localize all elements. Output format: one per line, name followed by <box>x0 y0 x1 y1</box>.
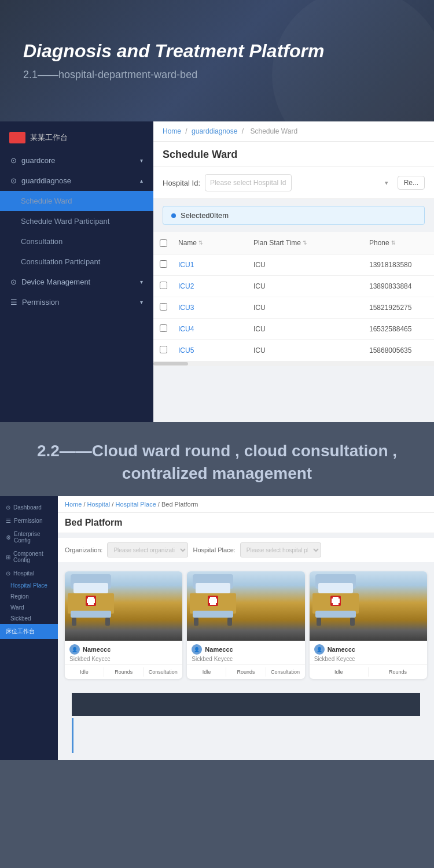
hospital-icon: ⊙ <box>6 570 10 577</box>
sort-name-icon[interactable]: ⇅ <box>198 240 203 246</box>
bed-info-2: 👤 Nameccc Sickbed Keyccc <box>187 641 304 665</box>
row5-name[interactable]: ICU5 <box>174 344 249 357</box>
sidebar-item-guarddiagnose[interactable]: ⊙ guarddiagnose ▴ <box>0 171 153 191</box>
sidebar2-item-region[interactable]: Region <box>0 591 58 602</box>
row2-checkbox[interactable] <box>160 282 167 289</box>
table-scroll-bar[interactable] <box>153 361 434 366</box>
bed-action-idle-2[interactable]: Idle <box>187 667 226 677</box>
sort-time-icon[interactable]: ⇅ <box>303 240 307 246</box>
row3-time: ICU <box>249 301 365 314</box>
svg-rect-4 <box>72 618 76 626</box>
bed-card-1[interactable]: 👤 Nameccc Sickbed Keyccc Idle Rounds Con… <box>65 571 182 679</box>
sidebar2-item-bed-workstation[interactable]: 床位工作台 <box>0 624 58 639</box>
selected-dot <box>171 213 176 218</box>
selected-bar: Selected0Item <box>163 206 425 225</box>
row2-name[interactable]: ICU2 <box>174 280 249 293</box>
breadcrumb-guarddiagnose[interactable]: guarddiagnose <box>192 127 237 135</box>
th-phone: Phone ⇅ <box>365 237 434 249</box>
select-all-checkbox[interactable] <box>160 239 167 247</box>
row5-time: ICU <box>249 344 365 357</box>
sidebar2-item-enterprise[interactable]: ⚙ Enterprise Config <box>0 527 58 547</box>
bed-action-consult-2[interactable]: Consultation <box>266 667 305 677</box>
svg-rect-1 <box>73 583 108 593</box>
sidebar2-item-sickbed[interactable]: Sickbed <box>0 613 58 624</box>
row5-checkbox[interactable] <box>160 346 167 353</box>
sidebar-item-permission[interactable]: ☰ Permission ▾ <box>0 292 153 312</box>
org-label: Organization: <box>65 546 102 553</box>
filter-bar: Hospital Id: Please select Hospital Id R… <box>153 167 434 199</box>
sidebar-item-schedule-ward[interactable]: Schedule Ward <box>0 191 153 211</box>
row1-phone: 13918183580 <box>365 258 434 271</box>
breadcrumb-home[interactable]: Home <box>163 127 181 135</box>
breadcrumb2-current: Bed Platform <box>161 501 198 508</box>
permission2-icon: ☰ <box>6 518 11 524</box>
sidebar2-item-component[interactable]: ⊞ Component Config <box>0 547 58 567</box>
chevron-down-icon: ▾ <box>140 279 143 285</box>
sidebar2-item-ward[interactable]: Ward <box>0 602 58 613</box>
page-title: Schedule Ward <box>163 149 425 161</box>
breadcrumb2-home[interactable]: Home <box>65 501 82 508</box>
row1-name[interactable]: ICU1 <box>174 258 249 271</box>
breadcrumb-sep2: / <box>242 127 246 135</box>
main-content-2: Home / Hospital / Hospital Place / Bed P… <box>58 496 434 760</box>
breadcrumb-sep1: / <box>185 127 189 135</box>
bed-action-consult-1[interactable]: Consultation <box>144 667 182 677</box>
svg-rect-13 <box>194 618 198 626</box>
svg-rect-19 <box>318 583 353 593</box>
hospital-id-select[interactable]: Please select Hospital Id <box>205 174 292 191</box>
sidebar2-item-hospital[interactable]: ⊙ Hospital <box>0 567 58 580</box>
svg-rect-14 <box>227 618 232 626</box>
reset-button[interactable]: Re... <box>398 176 425 190</box>
bed-name-2: Nameccc <box>205 646 233 653</box>
org-select[interactable]: Please select organization <box>107 542 188 557</box>
sidebar-item-consultation[interactable]: Consultation <box>0 231 153 252</box>
bed-name-row-1: 👤 Nameccc <box>69 644 178 655</box>
bed-info-1: 👤 Nameccc Sickbed Keyccc <box>65 641 182 665</box>
sidebar2-item-hospital-place[interactable]: Hospital Place <box>0 580 58 591</box>
row4-time: ICU <box>249 323 365 335</box>
row3-checkbox[interactable] <box>160 303 167 311</box>
section2-bottom <box>0 760 434 783</box>
sort-phone-icon[interactable]: ⇅ <box>391 240 396 246</box>
place-select[interactable]: Please select hospital place <box>240 542 321 557</box>
bed-card-2[interactable]: 👤 Nameccc Sickbed Keyccc Idle Rounds Con… <box>187 571 304 679</box>
permission-icon: ☰ <box>10 298 17 306</box>
table-header: Name ⇅ Plan Start Time ⇅ Phone ⇅ <box>153 232 434 254</box>
svg-rect-3 <box>71 611 111 618</box>
bed-action-idle-1[interactable]: Idle <box>65 667 104 677</box>
section2-title: 2.2——Cloud ward round , cloud consultati… <box>23 439 411 485</box>
bed-key-2: Sickbed Keyccc <box>192 656 300 662</box>
sidebar2-item-permission[interactable]: ☰ Permission <box>0 514 58 527</box>
device-icon: ⊙ <box>10 278 17 286</box>
svg-rect-5 <box>105 618 110 626</box>
svg-rect-23 <box>350 618 355 626</box>
sidebar-item-consultation-participant[interactable]: Consultation Participant <box>0 252 153 272</box>
row1-checkbox[interactable] <box>160 260 167 268</box>
svg-rect-8 <box>87 599 95 603</box>
page-header: Schedule Ward <box>153 142 434 167</box>
bed-action-rounds-3[interactable]: Rounds <box>369 667 427 677</box>
bed-action-rounds-2[interactable]: Rounds <box>226 667 266 677</box>
sidebar2-item-dashboard[interactable]: ⊙ Dashboard <box>0 501 58 514</box>
row4-name[interactable]: ICU4 <box>174 323 249 335</box>
table-row: ICU5 ICU 15868005635 <box>153 340 434 361</box>
component-icon: ⊞ <box>6 554 10 560</box>
th-time: Plan Start Time ⇅ <box>249 237 365 249</box>
bed-card-3[interactable]: 👤 Nameccc Sickbed Keyccc Idle Rounds <box>310 571 427 679</box>
breadcrumb2: Home / Hospital / Hospital Place / Bed P… <box>58 496 434 513</box>
breadcrumb2-hospital[interactable]: Hospital <box>87 501 111 508</box>
row3-checkbox-cell <box>153 301 174 315</box>
bed-action-rounds-1[interactable]: Rounds <box>104 667 144 677</box>
row3-name[interactable]: ICU3 <box>174 301 249 314</box>
bottom-line <box>72 718 73 753</box>
th-name: Name ⇅ <box>174 237 249 249</box>
sidebar-item-guardcore[interactable]: ⊙ guardcore ▾ <box>0 150 153 171</box>
dashboard-icon: ⊙ <box>6 504 10 511</box>
sidebar-item-device-management[interactable]: ⊙ Device Management ▾ <box>0 272 153 292</box>
row4-checkbox[interactable] <box>160 324 167 332</box>
place-label: Hospital Place: <box>193 546 235 553</box>
breadcrumb2-place[interactable]: Hospital Place <box>115 501 156 508</box>
breadcrumb-current: Schedule Ward <box>250 127 297 135</box>
sidebar-item-schedule-ward-participant[interactable]: Schedule Ward Participant <box>0 211 153 231</box>
bed-action-idle-3[interactable]: Idle <box>310 667 369 677</box>
